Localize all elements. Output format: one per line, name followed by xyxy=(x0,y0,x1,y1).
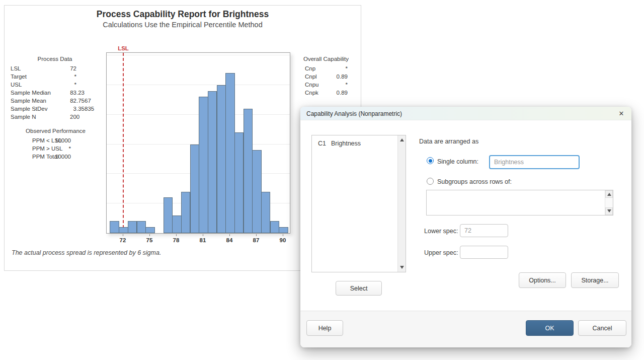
stat-row: Cnpl0.89 xyxy=(299,73,353,81)
stat-row: Sample Median83.23 xyxy=(11,89,99,97)
x-tick-mark xyxy=(283,234,283,236)
gridline xyxy=(107,85,290,85)
scroll-up-icon[interactable] xyxy=(400,138,404,141)
stat-row: Cnp* xyxy=(299,64,353,73)
subgroups-input[interactable] xyxy=(426,190,613,215)
single-column-label: Single column: xyxy=(437,158,478,165)
capability-analysis-dialog: Capability Analysis (Nonparametric) ✕ C1… xyxy=(300,107,631,347)
subgroups-label: Subgroups across rows of: xyxy=(437,178,512,185)
x-tick-mark xyxy=(229,234,230,236)
histogram-bar xyxy=(164,197,173,233)
stat-row: Cnpu* xyxy=(299,81,353,89)
histogram-bar xyxy=(137,221,146,233)
data-arranged-label: Data are arranged as xyxy=(419,138,478,145)
stat-row: Cnpk0.89 xyxy=(299,89,353,97)
stat-row: PPM > USL* xyxy=(24,145,88,153)
help-button[interactable]: Help xyxy=(306,320,343,336)
report-title: Process Capability Report for Brightness xyxy=(5,9,361,20)
scroll-down-button[interactable] xyxy=(605,207,613,215)
application-window: Process Capability Report for Brightness… xyxy=(0,0,644,360)
process-data-header: Process Data xyxy=(11,55,99,63)
gridline xyxy=(107,114,290,115)
x-tick-label: 81 xyxy=(200,237,206,243)
observed-performance-rows: PPM < LSL10000PPM > USL*PPM Total10000 xyxy=(24,136,88,161)
process-data-rows: LSL72Target*USL*Sample Median83.23Sample… xyxy=(11,64,99,121)
histogram-bar xyxy=(252,150,262,233)
subgroups-radio[interactable] xyxy=(427,178,434,185)
histogram-bar xyxy=(208,91,217,233)
scroll-up-icon xyxy=(607,193,611,196)
storage-button[interactable]: Storage... xyxy=(571,272,619,288)
lower-spec-label: Lower spec: xyxy=(424,228,458,235)
lsl-line xyxy=(123,53,124,233)
lower-spec-input[interactable] xyxy=(460,224,508,237)
listbox-scrollbar[interactable] xyxy=(397,135,406,272)
stat-row: Sample N200 xyxy=(11,113,99,121)
histogram-bar xyxy=(234,132,244,233)
stat-row: Sample Mean82.7567 xyxy=(11,97,99,105)
x-tick-label: 78 xyxy=(173,237,180,243)
observed-performance-header: Observed Performance xyxy=(24,127,88,135)
histogram-bar xyxy=(128,221,137,233)
histogram-x-axis: 72757881848790 xyxy=(106,234,290,249)
overall-capability-panel: Overall Capability Cnp*Cnpl0.89Cnpu*Cnpk… xyxy=(299,55,353,97)
x-tick-mark xyxy=(149,234,150,236)
overall-capability-rows: Cnp*Cnpl0.89Cnpu*Cnpk0.89 xyxy=(299,64,353,97)
stat-row: Target* xyxy=(11,73,99,81)
x-tick-label: 90 xyxy=(280,237,286,243)
histogram-bar xyxy=(172,215,182,233)
report-footnote: The actual process spread is represented… xyxy=(12,249,161,256)
dialog-title: Capability Analysis (Nonparametric) xyxy=(306,110,402,117)
close-icon[interactable]: ✕ xyxy=(616,109,626,119)
stat-row: USL* xyxy=(11,81,99,89)
dialog-titlebar[interactable]: Capability Analysis (Nonparametric) ✕ xyxy=(300,107,631,120)
overall-capability-header: Overall Capability xyxy=(299,55,353,63)
x-tick-label: 75 xyxy=(146,237,153,243)
select-button[interactable]: Select xyxy=(336,281,382,296)
subgroups-scrollbar[interactable] xyxy=(605,190,613,215)
histogram-bar xyxy=(199,97,208,233)
stat-row: PPM Total10000 xyxy=(24,153,88,161)
options-button[interactable]: Options... xyxy=(519,272,566,288)
column-id: C1 xyxy=(318,140,331,147)
histogram-bar xyxy=(145,227,155,233)
histogram-bar xyxy=(110,221,119,233)
histogram-bar xyxy=(244,109,253,233)
x-tick-mark xyxy=(203,234,203,236)
histogram-bar xyxy=(217,85,226,233)
histogram-bar xyxy=(225,73,235,233)
stat-row: Sample StDev3.35835 xyxy=(11,105,99,113)
x-tick-mark xyxy=(256,234,257,236)
scroll-down-icon xyxy=(607,209,611,212)
column-listbox[interactable]: C1Brightness xyxy=(311,135,406,272)
histogram-bar xyxy=(270,221,280,233)
single-column-input[interactable] xyxy=(489,155,580,169)
observed-performance-panel: Observed Performance PPM < LSL10000PPM >… xyxy=(24,127,88,161)
histogram-bar xyxy=(181,192,191,233)
x-tick-label: 84 xyxy=(226,237,233,243)
upper-spec-label: Upper spec: xyxy=(424,249,458,256)
scroll-down-icon[interactable] xyxy=(400,266,404,269)
histogram-bar xyxy=(190,145,200,234)
x-tick-label: 87 xyxy=(253,237,260,243)
histogram-plot: LSL xyxy=(106,52,290,234)
stat-row: PPM < LSL10000 xyxy=(24,136,88,145)
list-item-column[interactable]: C1Brightness xyxy=(318,140,361,147)
histogram-bar xyxy=(261,192,271,233)
x-tick-mark xyxy=(176,234,177,236)
x-tick-mark xyxy=(123,234,123,236)
report-subtitle: Calculations Use the Empirical Percentil… xyxy=(5,21,361,29)
column-name: Brightness xyxy=(331,140,361,147)
upper-spec-input[interactable] xyxy=(460,246,508,259)
histogram-bar xyxy=(279,227,288,233)
gridline xyxy=(107,55,290,55)
lsl-label: LSL xyxy=(118,45,129,51)
stat-row: LSL72 xyxy=(11,64,99,73)
ok-button[interactable]: OK xyxy=(526,320,574,336)
cancel-button[interactable]: Cancel xyxy=(578,320,626,336)
single-column-radio[interactable] xyxy=(427,157,434,164)
x-tick-label: 72 xyxy=(120,237,126,243)
process-data-panel: Process Data LSL72Target*USL*Sample Medi… xyxy=(11,55,99,121)
histogram-bar xyxy=(119,227,128,233)
scroll-up-button[interactable] xyxy=(605,190,613,198)
